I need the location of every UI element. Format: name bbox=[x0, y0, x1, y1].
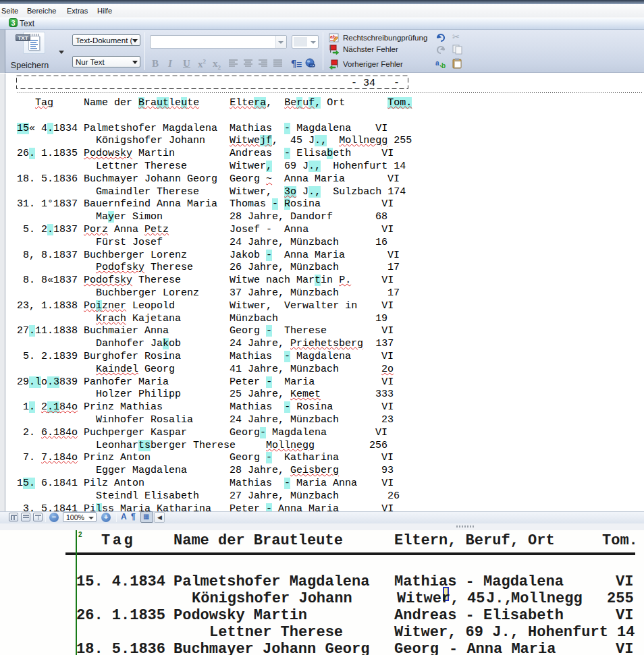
svg-text:b: b bbox=[441, 62, 446, 69]
svg-text:a: a bbox=[435, 59, 439, 67]
